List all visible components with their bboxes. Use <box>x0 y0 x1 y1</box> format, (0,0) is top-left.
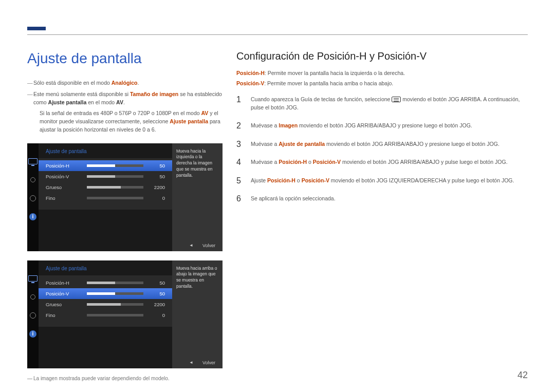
osd-row-label: Posición-V <box>46 291 83 296</box>
step-number: 5 <box>236 176 244 185</box>
step-text: Muévase a Imagen moviendo el botón JOG A… <box>251 121 528 130</box>
osd-title: Ajuste de pantalla <box>39 143 172 158</box>
step-bold: Imagen <box>279 122 298 128</box>
note-text: en el modo <box>86 99 116 105</box>
gear-icon <box>28 312 38 319</box>
footer-return: Volver <box>202 243 215 248</box>
osd-hint: Mueva hacia arriba o abajo la imagen que… <box>172 260 223 368</box>
note-text: Si la señal de entrada es 480P o 576P o … <box>40 110 201 116</box>
desc-posh: Posición-H: Permite mover la pantalla ha… <box>236 69 528 78</box>
osd-row-label: Grueso <box>46 184 83 190</box>
osd-footer: ◄ Volver <box>189 243 215 248</box>
note-analog: Sólo está disponible en el modo Analógic… <box>27 79 223 87</box>
step-4: 4 Muévase a Posición-H o Posición-V movi… <box>236 158 528 167</box>
note-text: . <box>123 99 125 105</box>
step-2: 2 Muévase a Imagen moviendo el botón JOG… <box>236 121 528 130</box>
osd-row-label: Posición-H <box>46 280 83 286</box>
step-number: 6 <box>236 194 244 203</box>
osd-row-bar <box>87 314 143 316</box>
osd-row-value: 2200 <box>147 302 165 307</box>
osd-row-bar-fill <box>87 186 121 189</box>
step-text: Muévase a Ajuste de pantalla moviendo el… <box>251 140 528 149</box>
note-bold: AV <box>201 110 208 116</box>
step-part: Muévase a <box>251 122 279 128</box>
footer-return: Volver <box>202 360 215 365</box>
step-part: o <box>307 159 313 165</box>
step-part: moviendo el botón JOG ARRIBA/ABAJO y pre… <box>298 122 472 128</box>
info-icon: i <box>29 213 36 220</box>
osd-row-label: Posición-H <box>46 163 83 169</box>
osd-main: Ajuste de pantalla Posición-H50Posición-… <box>39 260 223 368</box>
monitor-icon <box>28 158 38 165</box>
osd-panel-posh: i Ajuste de pantalla Posición-H50Posició… <box>27 143 223 251</box>
osd-row-bar <box>87 197 143 199</box>
osd-sidebar: i <box>27 260 39 368</box>
osd-row-value: 50 <box>147 280 165 286</box>
osd-row-bar <box>87 292 143 295</box>
osd-footer: ◄ Volver <box>189 360 215 365</box>
step-part: moviendo el botón JOG ARRIBA/ABAJO y pre… <box>325 141 499 147</box>
image-caption: La imagen mostrada puede variar dependie… <box>27 376 223 381</box>
desc-text: : Permite mover la pantalla hacia la izq… <box>265 70 405 76</box>
osd-row-bar-fill <box>87 164 115 167</box>
menu-icon <box>392 97 401 102</box>
osd-hint: Mueva hacia la izquierda o la derecha la… <box>172 143 223 251</box>
note-bold: Tamaño de imagen <box>130 91 178 97</box>
osd-menu-row: Grueso2200 <box>39 299 172 310</box>
osd-menu-row: Posición-V50 <box>39 171 172 182</box>
left-column: Ajuste de pantalla Sólo está disponible … <box>27 50 223 381</box>
osd-row-bar <box>87 186 143 189</box>
osd-menu-row: Posición-V50 <box>39 288 172 299</box>
osd-main: Ajuste de pantalla Posición-H50Posición-… <box>39 143 223 251</box>
step-1: 1 Cuando aparezca la Guía de teclas de f… <box>236 95 528 113</box>
info-icon: i <box>29 330 36 338</box>
osd-row-value: 50 <box>147 291 165 296</box>
step-part: Ajuste <box>251 177 267 183</box>
osd-rows: Posición-H50Posición-V50Grueso2200Fino0 <box>39 275 172 327</box>
brightness-icon <box>28 176 38 183</box>
step-text: Muévase a Posición-H o Posición-V movien… <box>251 158 528 167</box>
step-part: o <box>295 177 302 183</box>
steps-list: 1 Cuando aparezca la Guía de teclas de f… <box>236 95 528 204</box>
step-bold: Posición-H <box>267 177 295 183</box>
monitor-icon <box>28 275 38 282</box>
step-bold: Posición-V <box>313 159 341 165</box>
osd-row-label: Fino <box>46 312 83 318</box>
osd-menu: Ajuste de pantalla Posición-H50Posición-… <box>39 260 172 368</box>
note-bold: Analógico <box>112 80 138 86</box>
desc-label: Posición-V <box>236 80 264 86</box>
osd-row-bar <box>87 175 143 178</box>
back-arrow-icon: ◄ <box>189 243 193 248</box>
osd-menu-row: Posición-H50 <box>39 160 172 171</box>
page-title: Ajuste de pantalla <box>27 50 223 67</box>
osd-rows: Posición-H50Posición-V50Grueso2200Fino0 <box>39 158 172 210</box>
header-divider <box>27 34 528 35</box>
step-6: 6 Se aplicará la opción seleccionada. <box>236 194 528 203</box>
osd-row-value: 0 <box>147 195 165 201</box>
step-number: 3 <box>236 140 244 149</box>
page-number: 42 <box>517 370 528 381</box>
step-text: Ajuste Posición-H o Posición-V moviendo … <box>251 176 528 185</box>
section-title: Configuración de Posición-H y Posición-V <box>236 50 528 62</box>
step-number: 1 <box>236 95 244 113</box>
osd-menu-row: Grueso2200 <box>39 182 172 193</box>
step-bold: Ajuste de pantalla <box>279 141 325 147</box>
osd-sidebar: i <box>27 143 39 251</box>
right-column: Configuración de Posición-H y Posición-V… <box>236 50 528 213</box>
osd-row-bar-fill <box>87 175 115 178</box>
osd-row-label: Grueso <box>46 302 83 307</box>
desc-label: Posición-H <box>236 70 265 76</box>
osd-title: Ajuste de pantalla <box>39 260 172 275</box>
gear-icon <box>28 195 38 202</box>
osd-menu-row: Fino0 <box>39 193 172 203</box>
step-part: moviendo el botón JOG IZQUIERDA/DERECHA … <box>329 177 514 183</box>
desc-text: : Permite mover la pantalla hacia arriba… <box>264 80 393 86</box>
osd-row-label: Fino <box>46 195 83 201</box>
note-text: . <box>138 80 139 86</box>
osd-row-bar <box>87 164 143 167</box>
osd-row-bar <box>87 282 143 284</box>
osd-row-bar-fill <box>87 303 121 306</box>
osd-row-bar-fill <box>87 282 115 284</box>
step-part: Cuando aparezca la Guía de teclas de fun… <box>251 96 392 102</box>
osd-menu: Ajuste de pantalla Posición-H50Posición-… <box>39 143 172 251</box>
